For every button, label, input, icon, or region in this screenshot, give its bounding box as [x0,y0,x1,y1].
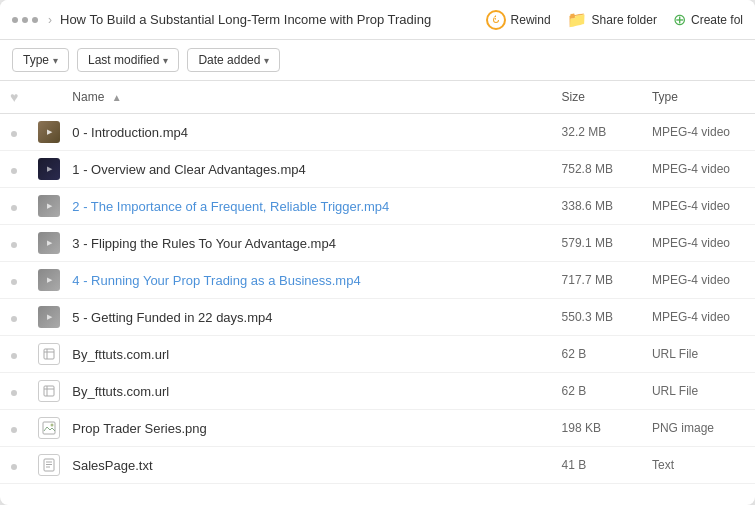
row-icon-cell [28,447,62,484]
row-name-cell: 0 - Introduction.mp4 [62,114,551,151]
row-dot [11,168,17,174]
page-title: How To Build a Substantial Long-Term Inc… [60,12,486,27]
row-name-cell: Prop Trader Series.png [62,410,551,447]
row-icon-cell [28,410,62,447]
col-dot [28,81,62,114]
last-modified-filter-label: Last modified [88,53,159,67]
row-size-cell: 752.8 MB [552,151,642,188]
row-name-cell: 3 - Flipping the Rules To Your Advantage… [62,225,551,262]
row-dot [11,316,17,322]
row-type-cell: MPEG-4 video [642,188,755,225]
rewind-action[interactable]: Rewind [486,10,551,30]
row-size-cell: 338.6 MB [552,188,642,225]
row-name-cell: 1 - Overview and Clear Advantages.mp4 [62,151,551,188]
row-icon-cell: ▶ [28,188,62,225]
file-name: Prop Trader Series.png [72,421,206,436]
row-type-cell: MPEG-4 video [642,262,755,299]
svg-point-7 [51,424,54,427]
row-checkbox-cell [0,188,28,225]
star-icon: ♥ [10,89,18,105]
size-col-label: Size [562,90,585,104]
create-folder-label: Create fol [691,13,743,27]
row-type-cell: Text [642,447,755,484]
row-dot [11,242,17,248]
table-row[interactable]: ▶ 0 - Introduction.mp4 32.2 MB MPEG-4 vi… [0,114,755,151]
row-size-cell: 41 B [552,447,642,484]
file-name: 5 - Getting Funded in 22 days.mp4 [72,310,272,325]
row-name-cell: By_fttuts.com.url [62,336,551,373]
col-size: Size [552,81,642,114]
svg-rect-0 [44,349,54,359]
type-col-label: Type [652,90,678,104]
file-table-container: ♥ Name ▲ Size Type [0,81,755,505]
main-window: › How To Build a Substantial Long-Term I… [0,0,755,505]
row-checkbox-cell [0,299,28,336]
file-name: SalesPage.txt [72,458,152,473]
row-checkbox-cell [0,373,28,410]
table-row[interactable]: SalesPage.txt 41 B Text [0,447,755,484]
row-icon-cell: ▶ [28,114,62,151]
window-dots [12,17,38,23]
share-folder-action[interactable]: 📁 Share folder [567,10,657,29]
table-row[interactable]: Prop Trader Series.png 198 KB PNG image [0,410,755,447]
folder-icon: 📁 [567,10,587,29]
rewind-label: Rewind [511,13,551,27]
row-checkbox-cell [0,262,28,299]
table-row[interactable]: ▶ 3 - Flipping the Rules To Your Advanta… [0,225,755,262]
row-type-cell: MPEG-4 video [642,114,755,151]
file-name-link[interactable]: 4 - Running Your Prop Trading as a Busin… [72,273,360,288]
last-modified-filter-button[interactable]: Last modified ▾ [77,48,179,72]
create-folder-action[interactable]: ⊕ Create fol [673,10,743,29]
row-dot [11,205,17,211]
dot1 [12,17,18,23]
row-checkbox-cell [0,225,28,262]
row-checkbox-cell [0,114,28,151]
file-name: By_fttuts.com.url [72,347,169,362]
table-row[interactable]: ▶ 1 - Overview and Clear Advantages.mp4 … [0,151,755,188]
table-row[interactable]: ▶ 4 - Running Your Prop Trading as a Bus… [0,262,755,299]
table-row[interactable]: By_fttuts.com.url 62 B URL File [0,336,755,373]
row-type-cell: PNG image [642,410,755,447]
row-size-cell: 62 B [552,373,642,410]
col-type: Type [642,81,755,114]
row-dot [11,427,17,433]
row-dot [11,279,17,285]
topbar-actions: Rewind 📁 Share folder ⊕ Create fol [486,10,743,30]
share-folder-label: Share folder [592,13,657,27]
file-name-link[interactable]: 2 - The Importance of a Frequent, Reliab… [72,199,389,214]
name-col-label: Name [72,90,104,104]
file-name: 3 - Flipping the Rules To Your Advantage… [72,236,336,251]
row-type-cell: MPEG-4 video [642,151,755,188]
type-filter-label: Type [23,53,49,67]
topbar: › How To Build a Substantial Long-Term I… [0,0,755,40]
type-filter-button[interactable]: Type ▾ [12,48,69,72]
dot2 [22,17,28,23]
file-name: 1 - Overview and Clear Advantages.mp4 [72,162,305,177]
row-icon-cell [28,373,62,410]
row-dot [11,390,17,396]
date-added-filter-label: Date added [198,53,260,67]
row-checkbox-cell [0,151,28,188]
row-dot [11,353,17,359]
row-name-cell: SalesPage.txt [62,447,551,484]
file-table: ♥ Name ▲ Size Type [0,81,755,484]
breadcrumb-chevron: › [48,13,52,27]
row-size-cell: 62 B [552,336,642,373]
row-name-cell: 5 - Getting Funded in 22 days.mp4 [62,299,551,336]
last-modified-chevron: ▾ [163,55,168,66]
file-name: 0 - Introduction.mp4 [72,125,188,140]
table-row[interactable]: ▶ 5 - Getting Funded in 22 days.mp4 550.… [0,299,755,336]
row-size-cell: 579.1 MB [552,225,642,262]
table-row[interactable]: By_fttuts.com.url 62 B URL File [0,373,755,410]
col-name: Name ▲ [62,81,551,114]
svg-rect-3 [44,386,54,396]
table-row[interactable]: ▶ 2 - The Importance of a Frequent, Reli… [0,188,755,225]
date-added-filter-button[interactable]: Date added ▾ [187,48,280,72]
row-size-cell: 717.7 MB [552,262,642,299]
type-filter-chevron: ▾ [53,55,58,66]
row-size-cell: 32.2 MB [552,114,642,151]
file-name: By_fttuts.com.url [72,384,169,399]
row-size-cell: 550.3 MB [552,299,642,336]
row-size-cell: 198 KB [552,410,642,447]
row-icon-cell: ▶ [28,151,62,188]
